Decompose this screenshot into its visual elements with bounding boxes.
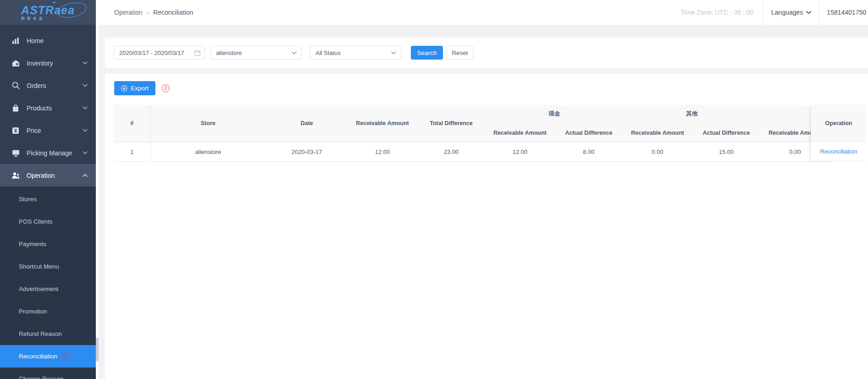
timezone-label: Time Zone: UTC - 08 : 00 (681, 9, 753, 16)
sidebar-item-label: Orders (27, 82, 46, 89)
reconciliation-link[interactable]: Reconciliation (820, 148, 857, 155)
sidebar-item-pos-clients[interactable]: POS Clients (0, 210, 96, 233)
operation-fixed-column: Operation Reconciliation (811, 105, 866, 162)
submenu-label: Reconciliation (19, 353, 57, 360)
sidebar-scrollbar[interactable] (96, 0, 99, 379)
chevron-down-icon (83, 129, 88, 132)
store-select-value: allenstore (216, 49, 242, 56)
sidebar-item-products[interactable]: Products (0, 97, 96, 119)
breadcrumb-separator: > (146, 9, 149, 16)
cell-other-receivable: 0.00 (623, 142, 692, 161)
cell-store: allenstore (150, 142, 265, 161)
table-row: 1 allenstore 2020-03-17 12.00 23.00 12.0… (114, 142, 829, 161)
export-label: Export (131, 85, 149, 92)
cell-receivable: 12.00 (348, 142, 417, 161)
sidebar-item-advertisement[interactable]: Advertisement (0, 278, 96, 300)
annotation-circle-1: 1 (62, 352, 70, 360)
sidebar-item-promotion[interactable]: Promotion (0, 300, 96, 323)
sidebar-item-label: Inventory (27, 60, 53, 67)
date-range-input[interactable]: 2020/03/17 - 2020/03/17 (114, 46, 205, 60)
submenu-label: Shortcut Menu (19, 263, 59, 270)
languages-dropdown[interactable]: Languages (763, 0, 819, 25)
submenu-label: Advertisement (19, 286, 58, 292)
col-group-cash: 现金 (486, 105, 623, 123)
sidebar-scrollbar-thumb[interactable] (96, 338, 99, 362)
col-header-date: Date (265, 105, 348, 142)
col-header-total-difference: Total Difference (417, 105, 486, 142)
sidebar-item-price[interactable]: ¥ Price (0, 119, 96, 142)
operation-cell: Reconciliation (811, 142, 866, 161)
warehouse-icon (11, 59, 20, 67)
languages-label: Languages (771, 9, 803, 16)
sidebar-item-inventory[interactable]: Inventory (0, 52, 96, 74)
col-header-receivable: Receivable Amount (348, 105, 417, 142)
cell-cash-actual: 8.00 (554, 142, 623, 161)
sidebar-menu: Home Inventory Orders Products ¥ (0, 29, 96, 187)
svg-text:¥: ¥ (14, 128, 17, 133)
filter-bar: 2020/03/17 - 2020/03/17 allenstore All S… (105, 38, 868, 68)
col-header-other-actual: Actual Difference (692, 123, 761, 142)
sidebar-item-orders[interactable]: Orders (0, 74, 96, 97)
chevron-down-icon (83, 106, 88, 110)
cell-index: 1 (114, 142, 150, 161)
cell-cash-receivable: 12.00 (486, 142, 554, 161)
submenu-label: Refund Reason (19, 330, 62, 337)
logo-star-icon: ✦ (52, 0, 56, 5)
export-button[interactable]: Export (114, 81, 155, 95)
submenu-label: Promotion (19, 308, 47, 315)
submenu-label: Change Reason (19, 375, 64, 379)
bag-icon (11, 104, 20, 112)
download-icon (121, 85, 127, 92)
cell-date: 2020-03-17 (265, 142, 348, 161)
calendar-icon (194, 50, 200, 56)
sidebar-item-operation[interactable]: Operation (0, 164, 96, 187)
sidebar-item-label: Price (27, 127, 41, 134)
sidebar-item-payments[interactable]: Payments (0, 233, 96, 255)
status-select[interactable]: All Status (310, 46, 401, 60)
sidebar-item-label: Products (27, 104, 52, 112)
chevron-down-icon (292, 51, 297, 55)
status-select-value: All Status (315, 49, 341, 56)
chevron-down-icon (391, 51, 396, 55)
col-header-cash-receivable: Receivable Amount (486, 123, 554, 142)
bar-chart-icon (11, 37, 20, 45)
content-panel: Export 2 # Store Date Receivable Amount … (105, 74, 868, 379)
chevron-down-icon (83, 61, 88, 65)
submenu-label: Payments (19, 241, 46, 247)
search-icon (11, 82, 20, 90)
chevron-down-icon (806, 11, 811, 14)
sidebar-item-reconciliation[interactable]: Reconciliation 1 (0, 345, 96, 368)
col-header-store: Store (150, 105, 265, 142)
operation-submenu: Stores POS Clients Payments Shortcut Men… (0, 187, 96, 379)
annotation-circle-2: 2 (162, 84, 170, 92)
col-header-other-receivable: Receivable Amount (623, 123, 692, 142)
date-range-value: 2020/03/17 - 2020/03/17 (119, 49, 184, 56)
search-button[interactable]: Search (411, 46, 443, 60)
chevron-down-icon (83, 151, 88, 154)
sidebar-item-change-reason[interactable]: Change Reason (0, 368, 96, 379)
submenu-label: POS Clients (19, 218, 53, 225)
sidebar-item-stores[interactable]: Stores (0, 188, 96, 210)
yen-icon: ¥ (11, 126, 20, 135)
submenu-label: Stores (19, 196, 37, 203)
sidebar-item-label: Picking Manage (27, 149, 72, 157)
sidebar-item-refund-reason[interactable]: Refund Reason (0, 323, 96, 345)
col-header-cash-actual: Actual Difference (554, 123, 623, 142)
cell-other-actual: 15.00 (692, 142, 761, 161)
sidebar-item-label: Operation (27, 172, 55, 179)
sidebar-item-home[interactable]: Home (0, 29, 96, 52)
sidebar-item-picking-manage[interactable]: Picking Manage (0, 142, 96, 164)
chevron-down-icon (83, 84, 88, 87)
reconciliation-table: # Store Date Receivable Amount Total Dif… (114, 105, 866, 162)
store-select[interactable]: allenstore (210, 46, 302, 60)
team-icon (11, 171, 20, 180)
account-phone[interactable]: 15814401750 (819, 0, 868, 25)
chevron-up-icon (83, 174, 88, 177)
breadcrumb-operation[interactable]: Operation (114, 9, 142, 16)
breadcrumb: Operation > Reconciliation (114, 9, 193, 16)
app-logo[interactable]: ✦ ASTRaea 阿斯米亚 (0, 0, 96, 25)
sidebar-item-shortcut-menu[interactable]: Shortcut Menu (0, 255, 96, 278)
logo-subtitle: 阿斯米亚 (21, 17, 75, 21)
reset-button[interactable]: Reset (447, 46, 473, 60)
col-group-other: 其他 (623, 105, 761, 123)
